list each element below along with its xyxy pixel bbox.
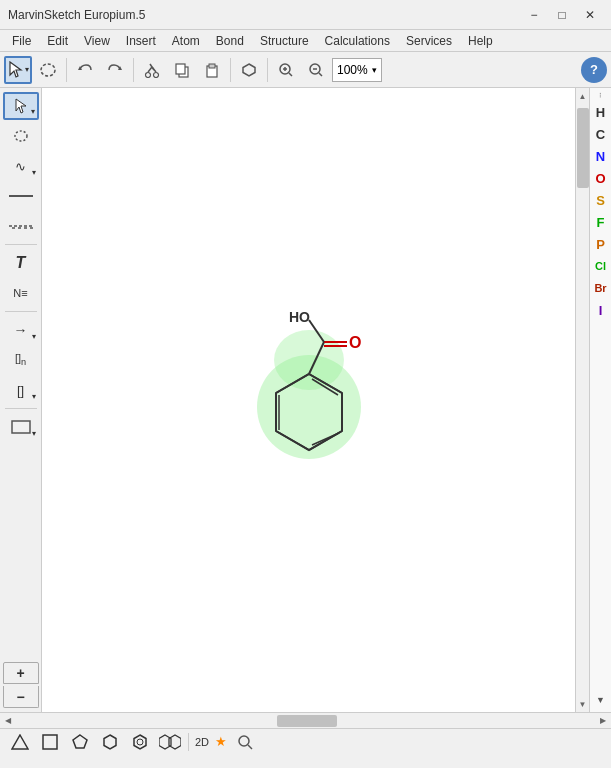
element-H[interactable]: H xyxy=(591,101,611,123)
line-tool[interactable] xyxy=(3,182,39,210)
svg-marker-43 xyxy=(12,735,28,749)
toolbar-separator-1 xyxy=(66,58,67,82)
svg-rect-44 xyxy=(43,735,57,749)
help-button[interactable]: ? xyxy=(581,57,607,83)
svg-marker-45 xyxy=(73,735,87,748)
svg-point-4 xyxy=(146,72,151,77)
svg-marker-13 xyxy=(243,64,255,76)
parenthesis-tool[interactable]: [] ▾ xyxy=(3,376,39,404)
rect-tool[interactable]: ▾ xyxy=(3,413,39,441)
right-scroll-down[interactable]: ▼ xyxy=(594,692,608,708)
menu-bar: File Edit View Insert Atom Bond Structur… xyxy=(0,30,611,52)
element-C[interactable]: C xyxy=(591,123,611,145)
menu-atom[interactable]: Atom xyxy=(164,30,208,52)
scroll-down-button[interactable]: ▼ xyxy=(576,696,590,712)
element-O[interactable]: O xyxy=(591,167,611,189)
menu-file[interactable]: File xyxy=(4,30,39,52)
window-controls: − □ ✕ xyxy=(521,5,603,25)
scroll-left-button[interactable]: ◀ xyxy=(0,713,16,729)
scroll-thumb[interactable] xyxy=(577,108,589,188)
svg-line-52 xyxy=(248,745,252,749)
menu-calculations[interactable]: Calculations xyxy=(317,30,398,52)
maximize-button[interactable]: □ xyxy=(549,5,575,25)
arrow-dropdown-icon: ▾ xyxy=(32,332,36,341)
ring-tool-button[interactable] xyxy=(235,56,263,84)
left-toolbar: ▾ ∿ ▾ T xyxy=(0,88,42,712)
title-bar: MarvinSketch Europium.5 − □ ✕ xyxy=(0,0,611,30)
svg-marker-47 xyxy=(134,735,146,749)
svg-marker-21 xyxy=(16,99,26,113)
star-icon: ★ xyxy=(215,734,227,749)
menu-insert[interactable]: Insert xyxy=(118,30,164,52)
hydroxyl-label: HO xyxy=(289,309,310,325)
scroll-right-button[interactable]: ▶ xyxy=(595,713,611,729)
element-Cl[interactable]: Cl xyxy=(591,255,611,277)
bracket-tool[interactable]: []n xyxy=(3,346,39,374)
bottom-separator xyxy=(188,733,189,751)
select-tool-button[interactable]: ▾ xyxy=(4,56,32,84)
menu-bond[interactable]: Bond xyxy=(208,30,252,52)
double-ring-shape[interactable] xyxy=(158,732,182,752)
toolbar-separator-3 xyxy=(230,58,231,82)
zoom-out-button[interactable] xyxy=(302,56,330,84)
arrow-tool[interactable]: → ▾ xyxy=(3,316,39,344)
svg-point-51 xyxy=(239,736,249,746)
svg-rect-10 xyxy=(176,64,185,74)
element-Br[interactable]: Br xyxy=(591,277,611,299)
element-F[interactable]: F xyxy=(591,211,611,233)
cut-button[interactable] xyxy=(138,56,166,84)
paste-button[interactable] xyxy=(198,56,226,84)
redo-button[interactable] xyxy=(101,56,129,84)
menu-edit[interactable]: Edit xyxy=(39,30,76,52)
select-arrow-icon: ▾ xyxy=(31,107,35,116)
close-button[interactable]: ✕ xyxy=(577,5,603,25)
lasso-tool[interactable] xyxy=(3,122,39,150)
svg-line-6 xyxy=(148,67,152,72)
minus-button[interactable]: − xyxy=(3,686,39,708)
element-N[interactable]: N xyxy=(591,145,611,167)
wave-tool[interactable]: ∿ ▾ xyxy=(3,152,39,180)
menu-help[interactable]: Help xyxy=(460,30,501,52)
svg-marker-46 xyxy=(104,735,116,749)
square-shape[interactable] xyxy=(38,732,62,752)
svg-line-17 xyxy=(289,73,292,76)
toolbar-separator-2 xyxy=(133,58,134,82)
hexagon-shape[interactable] xyxy=(98,732,122,752)
main-area: ▾ ∿ ▾ T xyxy=(0,88,611,712)
app-title: MarvinSketch Europium.5 xyxy=(8,8,145,22)
element-I[interactable]: I xyxy=(591,299,611,321)
canvas-area[interactable]: O HO xyxy=(42,88,575,712)
numbered-tool[interactable]: N≡ xyxy=(3,279,39,307)
h-scroll-thumb[interactable] xyxy=(277,715,337,727)
bottom-scrollbar: ◀ ▶ xyxy=(0,712,611,728)
svg-point-5 xyxy=(154,72,159,77)
svg-marker-0 xyxy=(10,62,21,77)
left-separator-1 xyxy=(5,244,37,245)
triangle-shape[interactable] xyxy=(8,732,32,752)
minimize-button[interactable]: − xyxy=(521,5,547,25)
scroll-up-button[interactable]: ▲ xyxy=(576,88,590,104)
lasso-button[interactable] xyxy=(34,56,62,84)
zoom-in-button[interactable] xyxy=(272,56,300,84)
right-element-toolbar: ··· H C N O S F P Cl Br I ▼ xyxy=(589,88,611,712)
toolbar-separator-4 xyxy=(267,58,268,82)
menu-services[interactable]: Services xyxy=(398,30,460,52)
text-tool[interactable]: T xyxy=(3,249,39,277)
molecule-display: O HO xyxy=(229,292,389,472)
copy-button[interactable] xyxy=(168,56,196,84)
pentagon-shape[interactable] xyxy=(68,732,92,752)
undo-button[interactable] xyxy=(71,56,99,84)
element-P[interactable]: P xyxy=(591,233,611,255)
search-button[interactable] xyxy=(233,732,257,752)
menu-structure[interactable]: Structure xyxy=(252,30,317,52)
plus-button[interactable]: + xyxy=(3,662,39,684)
zoom-level: 100% xyxy=(337,63,368,77)
menu-view[interactable]: View xyxy=(76,30,118,52)
zoom-dropdown[interactable]: 100% ▾ xyxy=(332,58,382,82)
element-S[interactable]: S xyxy=(591,189,611,211)
h-scroll-track[interactable] xyxy=(16,714,595,728)
benzene-shape[interactable] xyxy=(128,732,152,752)
bottom-toolbar: 2D ★ xyxy=(0,728,611,754)
select-tool[interactable]: ▾ xyxy=(3,92,39,120)
dashed-tool[interactable] xyxy=(3,212,39,240)
